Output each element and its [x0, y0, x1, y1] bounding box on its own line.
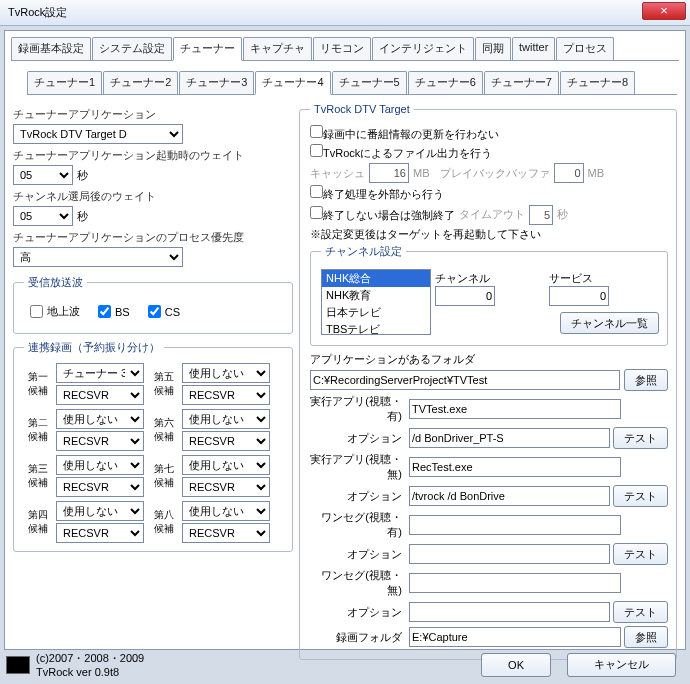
cache-input [369, 163, 409, 183]
channel-item[interactable]: NHK教育 [322, 287, 430, 304]
test-button[interactable]: テスト [613, 601, 668, 623]
channel-item[interactable]: 日本テレビ [322, 304, 430, 321]
channel-item[interactable]: NHK総合 [322, 270, 430, 287]
cb-no-update[interactable]: 録画中に番組情報の更新を行わない [310, 125, 668, 142]
slot-label: 第七候補 [150, 462, 178, 490]
field-label: 録画フォルダ [310, 630, 406, 645]
slot-tuner-select[interactable]: 使用しない [182, 363, 270, 383]
field-input[interactable] [409, 573, 621, 593]
slot-tuner-select[interactable]: 使用しない [56, 455, 144, 475]
wait-label: チューナーアプリケーション起動時のウェイト [13, 148, 293, 163]
field-input[interactable] [409, 486, 610, 506]
tab-チューナー7[interactable]: チューナー7 [484, 71, 559, 94]
cs-checkbox[interactable]: CS [148, 305, 180, 318]
field-label: オプション [310, 547, 406, 562]
slot-tuner-select[interactable]: 使用しない [182, 409, 270, 429]
cb-force-exit[interactable]: 終了しない場合は強制終了 [310, 206, 455, 223]
tab-同期[interactable]: 同期 [475, 37, 511, 60]
slot-label: 第六候補 [150, 416, 178, 444]
tab-チューナー5[interactable]: チューナー5 [332, 71, 407, 94]
service-input[interactable] [549, 286, 609, 306]
slot-recsvr-select[interactable]: RECSVR [56, 477, 144, 497]
terrestrial-checkbox[interactable]: 地上波 [30, 304, 80, 319]
channel-input[interactable] [435, 286, 495, 306]
channel-list-button[interactable]: チャンネル一覧 [560, 312, 659, 334]
slot-recsvr-select[interactable]: RECSVR [56, 523, 144, 543]
tab-チューナー6[interactable]: チューナー6 [408, 71, 483, 94]
slot-tuner-select[interactable]: 使用しない [182, 455, 270, 475]
tab-チューナー[interactable]: チューナー [173, 37, 242, 61]
close-button[interactable]: × [642, 2, 686, 20]
channel-listbox[interactable]: NHK総合NHK教育日本テレビTBSテレビ [321, 269, 431, 335]
slot-recsvr-select[interactable]: RECSVR [56, 385, 144, 405]
slot-tuner-select[interactable]: 使用しない [182, 501, 270, 521]
slot-recsvr-select[interactable]: RECSVR [182, 523, 270, 543]
slot-tuner-select[interactable]: 使用しない [56, 409, 144, 429]
tab-インテリジェント[interactable]: インテリジェント [372, 37, 474, 60]
tab-チューナー2[interactable]: チューナー2 [103, 71, 178, 94]
ok-button[interactable]: OK [481, 653, 551, 677]
slot-recsvr-select[interactable]: RECSVR [182, 431, 270, 451]
field-input[interactable] [409, 399, 621, 419]
field-input[interactable] [409, 544, 610, 564]
channel-item[interactable]: TBSテレビ [322, 321, 430, 335]
field-input[interactable] [409, 428, 610, 448]
tab-チューナー8[interactable]: チューナー8 [560, 71, 635, 94]
field-label: 実行アプリ(視聴・有) [310, 394, 406, 424]
prio-label: チューナーアプリケーションのプロセス優先度 [13, 230, 293, 245]
tab-プロセス[interactable]: プロセス [556, 37, 614, 60]
slot-label: 第五候補 [150, 370, 178, 398]
channel-setting-group: チャンネル設定 NHK総合NHK教育日本テレビTBSテレビ チャンネル サービス… [310, 244, 668, 346]
test-button[interactable]: テスト [613, 543, 668, 565]
tab-システム設定[interactable]: システム設定 [92, 37, 172, 60]
cb-ext-exit[interactable]: 終了処理を外部から行う [310, 185, 668, 202]
field-input[interactable] [409, 627, 621, 647]
target-legend: TvRock DTV Target [310, 103, 414, 115]
test-button[interactable]: テスト [613, 427, 668, 449]
bs-checkbox[interactable]: BS [98, 305, 130, 318]
field-label: ワンセグ(視聴・無) [310, 568, 406, 598]
tuner-app-group: チューナーアプリケーション TvRock DTV Target D チューナーア… [13, 103, 293, 267]
link-record-group: 連携録画（予約振り分け） 第一候補チューナー 3RECSVR第五候補使用しないR… [13, 340, 293, 552]
tab-チューナー4[interactable]: チューナー4 [255, 71, 330, 95]
app-label: チューナーアプリケーション [13, 107, 293, 122]
slot-recsvr-select[interactable]: RECSVR [56, 431, 144, 451]
dtv-target-group: TvRock DTV Target 録画中に番組情報の更新を行わない TvRoc… [299, 103, 677, 660]
field-label: 実行アプリ(視聴・無) [310, 452, 406, 482]
broadcast-group: 受信放送波 地上波 BS CS [13, 275, 293, 334]
test-button[interactable]: テスト [613, 485, 668, 507]
app-folder-label: アプリケーションがあるフォルダ [310, 352, 668, 367]
dialog-body: 録画基本設定システム設定チューナーキャプチャリモコンインテリジェント同期twit… [4, 30, 686, 650]
main-tabs: 録画基本設定システム設定チューナーキャプチャリモコンインテリジェント同期twit… [11, 37, 679, 61]
start-wait-select[interactable]: 05 [13, 165, 73, 185]
titlebar: TvRock設定 × [0, 0, 690, 26]
cancel-button[interactable]: キャンセル [567, 653, 676, 677]
restart-note: ※設定変更後はターゲットを再起動して下さい [310, 227, 668, 242]
link-legend: 連携録画（予約振り分け） [24, 340, 164, 355]
cb-file-output[interactable]: TvRockによるファイル出力を行う [310, 144, 668, 161]
app-folder-input[interactable] [310, 370, 620, 390]
broadcast-legend: 受信放送波 [24, 275, 87, 290]
field-input[interactable] [409, 457, 621, 477]
slot-recsvr-select[interactable]: RECSVR [182, 385, 270, 405]
tuner-app-select[interactable]: TvRock DTV Target D [13, 124, 183, 144]
field-input[interactable] [409, 515, 621, 535]
slot-tuner-select[interactable]: 使用しない [56, 501, 144, 521]
field-input[interactable] [409, 602, 610, 622]
tuner-tabs: チューナー1チューナー2チューナー3チューナー4チューナー5チューナー6チューナ… [27, 71, 677, 95]
tab-録画基本設定[interactable]: 録画基本設定 [11, 37, 91, 60]
tab-チューナー1[interactable]: チューナー1 [27, 71, 102, 94]
browse-button[interactable]: 参照 [624, 626, 668, 648]
timeout-input [529, 205, 553, 225]
sec-label: 秒 [77, 168, 88, 183]
tab-リモコン[interactable]: リモコン [313, 37, 371, 60]
priority-select[interactable]: 高 [13, 247, 183, 267]
tab-チューナー3[interactable]: チューナー3 [179, 71, 254, 94]
tab-twitter[interactable]: twitter [512, 37, 555, 60]
slot-recsvr-select[interactable]: RECSVR [182, 477, 270, 497]
tab-キャプチャ[interactable]: キャプチャ [243, 37, 312, 60]
ch-wait-select[interactable]: 05 [13, 206, 73, 226]
field-label: ワンセグ(視聴・有) [310, 510, 406, 540]
slot-tuner-select[interactable]: チューナー 3 [56, 363, 144, 383]
browse-button[interactable]: 参照 [624, 369, 668, 391]
